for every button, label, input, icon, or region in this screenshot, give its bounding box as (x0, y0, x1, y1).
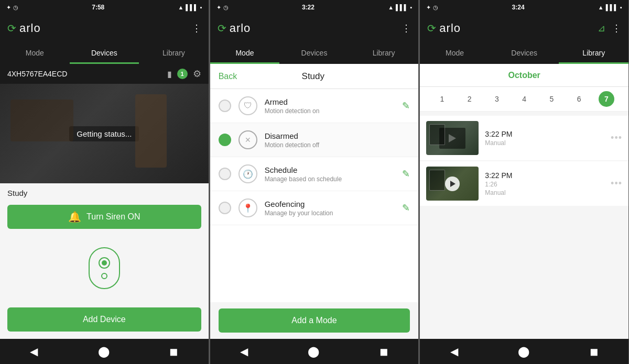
cal-day-3[interactable]: 3 (489, 91, 505, 107)
status-left-3: ✦ ◷ (426, 4, 438, 11)
mode-icon-armed: 🛡 (238, 96, 257, 115)
library-month: October (508, 71, 540, 80)
back-button[interactable]: Back (219, 72, 237, 81)
play-button-2[interactable] (445, 177, 460, 191)
header-icons-2: ⋮ (402, 23, 411, 34)
camera-shelf (10, 100, 73, 141)
edit-icon-geofencing[interactable]: ✎ (402, 202, 410, 214)
nav-home-icon-3[interactable]: ⬤ (518, 345, 529, 358)
bluetooth-icon-2: ✦ (216, 4, 221, 11)
mode-text-disarmed: Disarmed Motion detection off (265, 131, 410, 149)
add-device-button[interactable]: Add Device (7, 307, 201, 332)
status-right-1: ▲ ▌▌▌ ▪ (178, 4, 202, 10)
more-options-2[interactable]: ••• (611, 178, 622, 189)
nav-square-icon-2[interactable]: ◼ (379, 345, 388, 358)
library-header: October (420, 64, 628, 87)
tab-devices-1[interactable]: Devices (70, 42, 139, 64)
arlo-logo-icon: ⟳ (7, 22, 16, 35)
mode-text-geofencing: Geofencing Manage by your location (265, 200, 395, 217)
recording-item-1[interactable]: 3:22 PM Manual ••• (420, 116, 628, 160)
alarm-icon: ◷ (13, 4, 18, 11)
device-shape (89, 247, 120, 289)
tab-mode-3[interactable]: Mode (420, 42, 490, 64)
mode-radio-disarmed[interactable] (219, 134, 231, 146)
arlo-logo-icon-2: ⟳ (218, 22, 226, 35)
nav-back-icon-3[interactable]: ◀ (450, 345, 458, 358)
edit-icon-armed[interactable]: ✎ (402, 100, 410, 112)
app-header-2: ⟳ arlo ⋮ (210, 15, 419, 42)
mode-text-armed: Armed Motion detection on (265, 97, 395, 115)
signal-icon-2: ▌▌▌ (396, 4, 408, 10)
cal-day-2[interactable]: 2 (462, 91, 478, 107)
recording-item-2[interactable]: 3:22 PM 1:26 Manual ••• (420, 161, 628, 206)
mode-name-armed: Armed (265, 97, 395, 106)
mode-radio-schedule[interactable] (219, 168, 231, 180)
more-options-1[interactable]: ••• (611, 133, 622, 144)
nav-bar-2: ◀ ⬤ ◼ (210, 339, 419, 364)
tab-library-2[interactable]: Library (349, 42, 419, 64)
cal-day-4[interactable]: 4 (516, 91, 532, 107)
menu-icon-2[interactable]: ⋮ (402, 23, 411, 34)
tab-devices-2[interactable]: Devices (279, 42, 349, 64)
device-icons: ▮ 1 ⚙ (167, 68, 201, 80)
logo-1: ⟳ arlo (7, 21, 41, 35)
wifi-icon-1: ▲ (178, 4, 183, 10)
status-bar-1: ✦ ◷ 7:58 ▲ ▌▌▌ ▪ (0, 0, 209, 15)
nav-home-icon-1[interactable]: ⬤ (98, 345, 110, 358)
cal-day-6[interactable]: 6 (571, 91, 587, 107)
mode-item-disarmed[interactable]: ✕ Disarmed Motion detection off (210, 123, 419, 157)
mode-list: 🛡 Armed Motion detection on ✎ ✕ Disarmed… (210, 89, 419, 302)
nav-back-icon-1[interactable]: ◀ (30, 345, 38, 358)
siren-button[interactable]: 🔔 Turn Siren ON (7, 205, 201, 229)
nav-home-icon-2[interactable]: ⬤ (308, 345, 319, 358)
logo-text-2: arlo (230, 21, 251, 35)
device-label: Study (0, 183, 209, 201)
battery-icon-2: ▪ (410, 4, 412, 10)
clock-icon: 🕐 (243, 169, 253, 179)
shield-icon: 🛡 (244, 101, 252, 111)
arlo-logo-icon-3: ⟳ (427, 22, 436, 35)
settings-icon[interactable]: ⚙ (193, 68, 201, 80)
cal-day-7[interactable]: 7 (599, 91, 614, 107)
mode-name-geofencing: Geofencing (265, 200, 395, 208)
bluetooth-icon-3: ✦ (426, 4, 431, 11)
tab-mode-2[interactable]: Mode (210, 42, 280, 64)
nav-square-icon-3[interactable]: ◼ (590, 345, 599, 358)
alarm-icon-2: ◷ (223, 4, 229, 11)
mode-radio-armed[interactable] (219, 100, 231, 112)
tab-devices-3[interactable]: Devices (490, 42, 559, 64)
recording-time-1: 3:22 PM (485, 130, 604, 138)
mode-radio-geofencing[interactable] (219, 202, 231, 214)
tab-library-1[interactable]: Library (139, 42, 209, 64)
filter-icon[interactable]: ⊿ (598, 23, 605, 34)
add-device-label: Add Device (83, 315, 126, 324)
tab-mode-1[interactable]: Mode (0, 42, 70, 64)
cal-day-1[interactable]: 1 (434, 91, 450, 107)
cal-day-5[interactable]: 5 (544, 91, 559, 107)
camera-feed[interactable]: Getting status... (0, 84, 209, 183)
logo-text-3: arlo (439, 21, 461, 35)
menu-icon-3[interactable]: ⋮ (612, 23, 621, 34)
mode-item-schedule[interactable]: 🕐 Schedule Manage based on schedule ✎ (210, 157, 419, 191)
tab-library-3[interactable]: Library (559, 42, 628, 64)
mode-item-geofencing[interactable]: 📍 Geofencing Manage by your location ✎ (210, 191, 419, 225)
nav-bar-1: ◀ ⬤ ◼ (0, 339, 209, 364)
screen-content-1: 4XH5767EA4ECD ▮ 1 ⚙ Getting status... St… (0, 64, 209, 339)
nav-square-icon-1[interactable]: ◼ (169, 345, 178, 358)
phone-2: ✦ ◷ 3:22 ▲ ▌▌▌ ▪ ⟳ arlo ⋮ Mode Devices L… (210, 0, 419, 364)
status-right-3: ▲ ▌▌▌ ▪ (598, 4, 622, 10)
menu-icon-1[interactable]: ⋮ (192, 23, 201, 34)
nav-back-icon-2[interactable]: ◀ (240, 345, 248, 358)
edit-icon-schedule[interactable]: ✎ (402, 168, 410, 180)
mode-item-armed[interactable]: 🛡 Armed Motion detection on ✎ (210, 89, 419, 123)
mode-desc-armed: Motion detection on (265, 107, 395, 115)
siren-button-label: Turn Siren ON (86, 212, 140, 222)
header-icons-3: ⊿ ⋮ (598, 23, 621, 34)
recording-info-1: 3:22 PM Manual (485, 130, 604, 147)
time-2: 3:22 (302, 4, 314, 11)
notification-badge: 1 (177, 69, 188, 79)
mode-text-schedule: Schedule Manage based on schedule (265, 166, 395, 183)
add-mode-button[interactable]: Add a Mode (219, 308, 410, 333)
logo-3: ⟳ arlo (427, 21, 461, 35)
mode-name-schedule: Schedule (265, 166, 395, 174)
